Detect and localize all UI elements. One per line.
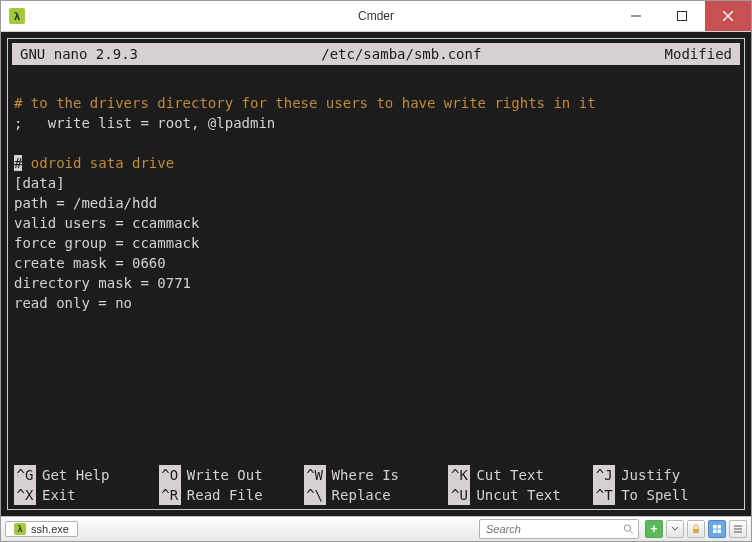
comment-line: # to the drivers directory for these use… — [14, 95, 596, 111]
titlebar[interactable]: λ Cmder — [1, 1, 751, 32]
section-header: [data] — [14, 175, 65, 191]
shortcut-label: Where Is — [332, 465, 399, 485]
shortcut-replace[interactable]: ^\Replace — [304, 485, 449, 505]
svg-rect-6 — [693, 529, 699, 533]
nano-shortcuts: ^GGet Help ^OWrite Out ^WWhere Is ^KCut … — [8, 463, 744, 509]
minimize-icon — [631, 11, 641, 21]
svg-rect-9 — [713, 530, 717, 534]
key-badge: ^J — [593, 465, 615, 485]
config-line: force group = ccammack — [14, 235, 199, 251]
search-box[interactable] — [479, 519, 639, 539]
maximize-button[interactable] — [659, 1, 705, 31]
dropdown-button[interactable] — [666, 520, 684, 538]
nano-header: GNU nano 2.9.3 /etc/samba/smb.conf Modif… — [12, 43, 740, 65]
shortcut-label: To Spell — [621, 485, 688, 505]
shortcut-label: Write Out — [187, 465, 263, 485]
key-badge: ^\ — [304, 485, 326, 505]
svg-rect-8 — [718, 525, 722, 529]
tab-label: ssh.exe — [31, 523, 69, 535]
config-line: path = /media/hdd — [14, 195, 157, 211]
shortcut-readfile[interactable]: ^RRead File — [159, 485, 304, 505]
shortcut-label: Cut Text — [476, 465, 543, 485]
shortcut-row: ^XExit ^RRead File ^\Replace ^UUncut Tex… — [14, 485, 738, 505]
shortcut-spell[interactable]: ^TTo Spell — [593, 485, 738, 505]
shortcut-label: Exit — [42, 485, 76, 505]
comment-line: # odroid sata drive — [14, 155, 174, 171]
shortcut-whereis[interactable]: ^WWhere Is — [304, 465, 449, 485]
shortcut-cut[interactable]: ^KCut Text — [448, 465, 593, 485]
shortcut-uncut[interactable]: ^UUncut Text — [448, 485, 593, 505]
shortcut-label: Read File — [187, 485, 263, 505]
config-line: create mask = 0660 — [14, 255, 166, 271]
shortcut-help[interactable]: ^GGet Help — [14, 465, 159, 485]
shortcut-row: ^GGet Help ^OWrite Out ^WWhere Is ^KCut … — [14, 465, 738, 485]
app-window: λ Cmder GNU nano 2.9.3 /etc/samba/smb.co… — [0, 0, 752, 542]
terminal-container: GNU nano 2.9.3 /etc/samba/smb.conf Modif… — [1, 32, 751, 516]
search-icon — [623, 523, 634, 535]
lambda-icon: λ — [14, 523, 26, 535]
grid-icon — [712, 524, 722, 534]
shortcut-writeout[interactable]: ^OWrite Out — [159, 465, 304, 485]
status-icons: + — [645, 520, 747, 538]
nano-version: GNU nano 2.9.3 — [20, 44, 138, 64]
new-console-button[interactable]: + — [645, 520, 663, 538]
close-icon — [723, 11, 733, 21]
shortcut-label: Get Help — [42, 465, 109, 485]
shortcut-label: Uncut Text — [476, 485, 560, 505]
key-badge: ^T — [593, 485, 615, 505]
config-line: directory mask = 0771 — [14, 275, 191, 291]
key-badge: ^O — [159, 465, 181, 485]
svg-rect-10 — [718, 530, 722, 534]
key-badge: ^X — [14, 485, 36, 505]
layout-button[interactable] — [708, 520, 726, 538]
svg-point-4 — [625, 525, 631, 531]
console-tab[interactable]: λ ssh.exe — [5, 521, 78, 537]
shortcut-justify[interactable]: ^JJustify — [593, 465, 738, 485]
key-badge: ^W — [304, 465, 326, 485]
terminal[interactable]: GNU nano 2.9.3 /etc/samba/smb.conf Modif… — [7, 38, 745, 510]
hamburger-icon — [733, 524, 743, 534]
lock-icon — [691, 524, 701, 534]
menu-button[interactable] — [729, 520, 747, 538]
statusbar: λ ssh.exe + — [1, 516, 751, 541]
config-line: read only = no — [14, 295, 132, 311]
key-badge: ^R — [159, 485, 181, 505]
chevron-down-icon — [671, 525, 679, 533]
config-line: ; write list = root, @lpadmin — [14, 115, 275, 131]
search-input[interactable] — [484, 522, 623, 536]
shortcut-label: Justify — [621, 465, 680, 485]
lock-button[interactable] — [687, 520, 705, 538]
key-badge: ^G — [14, 465, 36, 485]
config-line: valid users = ccammack — [14, 215, 199, 231]
shortcut-exit[interactable]: ^XExit — [14, 485, 159, 505]
svg-rect-7 — [713, 525, 717, 529]
svg-line-5 — [630, 531, 633, 534]
editor-content[interactable]: # to the drivers directory for these use… — [8, 69, 744, 463]
close-button[interactable] — [705, 1, 751, 31]
window-controls — [613, 1, 751, 31]
key-badge: ^U — [448, 485, 470, 505]
svg-rect-1 — [678, 12, 687, 21]
minimize-button[interactable] — [613, 1, 659, 31]
shortcut-label: Replace — [332, 485, 391, 505]
app-icon: λ — [9, 8, 25, 24]
maximize-icon — [677, 11, 687, 21]
nano-modified-flag: Modified — [665, 44, 732, 64]
key-badge: ^K — [448, 465, 470, 485]
nano-filename: /etc/samba/smb.conf — [138, 44, 665, 64]
